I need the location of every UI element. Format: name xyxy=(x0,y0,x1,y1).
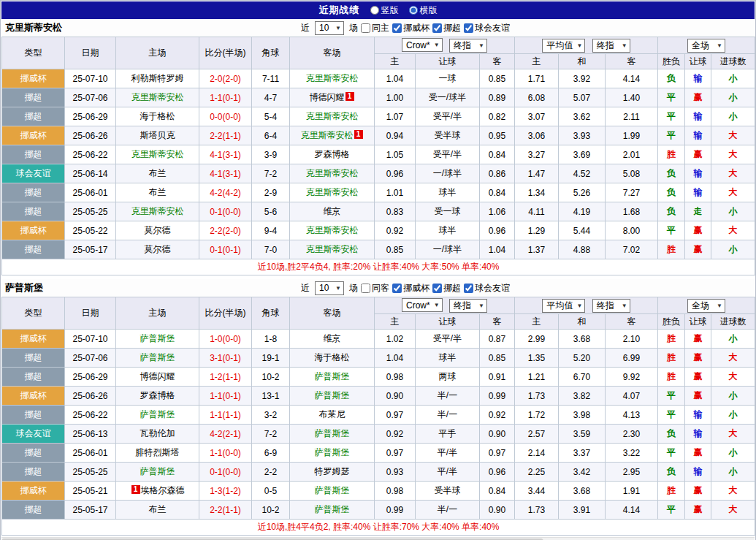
match-row: 挪超25-05-17布兰2-2(1-1)10-2萨普斯堡0.99半/一0.901… xyxy=(2,501,755,520)
home-team-cell: 瓦勒伦加 xyxy=(116,425,199,444)
league-cup-checkbox[interactable] xyxy=(392,284,402,293)
odds-company-select[interactable]: Crow* ▼ xyxy=(402,38,443,52)
match-row: 挪超25-07-06萨普斯堡3-1(0-1)19-1海于格松1.04球半0.85… xyxy=(2,349,755,368)
avg-stage-select[interactable]: 终指 ▼ xyxy=(592,299,630,313)
team-name-text: 布兰 xyxy=(149,504,167,514)
same-venue-option[interactable]: 同客 xyxy=(361,282,389,294)
match-row: 挪超25-06-29博德闪耀1-2(1-1)10-2萨普斯堡0.98两球0.91… xyxy=(2,368,755,387)
league-option-cup[interactable]: 挪威杯 xyxy=(392,282,429,294)
corner-cell: 3-2 xyxy=(252,406,290,425)
result-handicap-cell: 输 xyxy=(685,164,711,183)
corner-cell: 7-2 xyxy=(252,164,290,183)
league-option-top[interactable]: 挪超 xyxy=(432,22,461,34)
avg-odds-select[interactable]: 平均值 ▼ xyxy=(542,39,585,53)
match-date-cell: 25-07-10 xyxy=(65,330,116,349)
match-type-cell: 挪超 xyxy=(2,501,65,520)
league-friendly-checkbox[interactable] xyxy=(464,284,473,293)
team-section-2: 萨普斯堡 近 10 ▼ 场 同客 挪威杯 挪超 xyxy=(1,279,755,536)
team-name-text: 克里斯蒂安松 xyxy=(306,187,359,197)
league-option-cup[interactable]: 挪威杯 xyxy=(392,22,429,34)
avg-stage-select[interactable]: 终指 ▼ xyxy=(592,39,630,53)
match-date-cell: 25-06-13 xyxy=(65,425,116,444)
home-odds-cell: 1.01 xyxy=(375,183,416,202)
match-date-cell: 25-05-25 xyxy=(65,202,116,221)
league-cup-checkbox[interactable] xyxy=(392,23,402,33)
avg-draw-cell: 3.68 xyxy=(559,482,606,501)
league-top-checkbox[interactable] xyxy=(432,23,442,33)
away-team-cell: 维京 xyxy=(290,330,375,349)
recent-count-select[interactable]: 10 ▼ xyxy=(315,21,344,35)
league-top-checkbox[interactable] xyxy=(432,284,442,293)
corner-cell: 3-9 xyxy=(252,145,290,164)
horizontal-scrollbar[interactable] xyxy=(1,537,755,540)
match-row: 球会友谊25-06-13瓦勒伦加4-2(2-1)7-2萨普斯堡0.92平手0.9… xyxy=(2,425,755,444)
team-name-text: 博德闪耀 xyxy=(140,371,175,381)
handicap-cell: 平手 xyxy=(416,425,480,444)
score-cell: 4-1(3-1) xyxy=(199,164,252,183)
avg-away-cell: 4.14 xyxy=(606,501,658,520)
match-type-cell: 挪超 xyxy=(2,202,65,221)
league-cup-label: 挪威杯 xyxy=(403,282,429,294)
avg-odds-select[interactable]: 平均值 ▼ xyxy=(542,299,585,313)
league-top-label: 挪超 xyxy=(443,282,461,294)
result-handicap-cell: 输 xyxy=(685,107,711,126)
league-option-friendly[interactable]: 球会友谊 xyxy=(464,22,510,34)
col-avg-draw: 和 xyxy=(559,314,606,330)
vertical-layout-radio[interactable] xyxy=(370,6,379,15)
chevron-down-icon: ▼ xyxy=(335,285,341,292)
away-odds-cell: 0.95 xyxy=(480,126,515,145)
horizontal-layout-radio[interactable] xyxy=(409,6,418,15)
league-cup-label: 挪威杯 xyxy=(403,22,429,34)
avg-away-cell: 8.00 xyxy=(606,221,658,240)
team-name: 萨普斯堡 xyxy=(5,281,43,294)
avg-home-cell: 1.47 xyxy=(515,164,559,183)
score-cell: 2-2(1-1) xyxy=(199,501,252,520)
match-type-cell: 挪威杯 xyxy=(2,221,65,240)
score-cell: 4-2(4-2) xyxy=(199,183,252,202)
odds-stage-select[interactable]: 终指 ▼ xyxy=(449,39,487,53)
result-wdl-cell: 负 xyxy=(658,202,685,221)
result-wdl-cell: 平 xyxy=(658,88,685,107)
result-goals-cell: 大 xyxy=(711,145,755,164)
result-wdl-cell: 平 xyxy=(658,126,685,145)
corner-cell: 2-9 xyxy=(252,183,290,202)
corner-cell: 2-2 xyxy=(252,463,290,482)
team-name-text: 克里斯蒂安松 xyxy=(131,149,184,159)
avg-stage-value: 终指 xyxy=(597,39,614,52)
team-name-text: 罗森博格 xyxy=(140,390,175,400)
col-type: 类型 xyxy=(2,297,65,330)
same-venue-checkbox[interactable] xyxy=(361,284,370,293)
league-friendly-checkbox[interactable] xyxy=(464,23,473,33)
same-venue-checkbox[interactable] xyxy=(361,23,370,33)
league-option-friendly[interactable]: 球会友谊 xyxy=(464,282,510,294)
result-wdl-cell: 平 xyxy=(658,444,685,463)
team-name-text: 布兰 xyxy=(149,168,167,178)
odds-company-header: Crow* ▼ 终指 ▼ xyxy=(375,37,515,54)
home-team-cell: 萨普斯堡 xyxy=(116,330,199,349)
away-odds-cell: 0.92 xyxy=(480,406,515,425)
team-name-text: 克里斯蒂安松 xyxy=(306,244,359,254)
col-score: 比分(半场) xyxy=(199,297,252,330)
col-result-goals: 进球数 xyxy=(711,54,755,69)
match-date-cell: 25-07-06 xyxy=(65,349,116,368)
period-select[interactable]: 全场 ▼ xyxy=(687,299,725,313)
team-bar: 萨普斯堡 近 10 ▼ 场 同客 挪威杯 挪超 xyxy=(1,279,755,297)
red-card-badge: 1 xyxy=(131,485,140,494)
layout-option-horizontal[interactable]: 横版 xyxy=(409,4,438,17)
recent-count-select[interactable]: 10 ▼ xyxy=(315,281,344,295)
home-odds-cell: 0.92 xyxy=(375,221,416,240)
period-select[interactable]: 全场 ▼ xyxy=(687,39,725,53)
league-option-top[interactable]: 挪超 xyxy=(432,282,461,294)
match-type-cell: 挪超 xyxy=(2,88,65,107)
team-name-text: 克里斯蒂安松 xyxy=(306,73,359,83)
match-type-cell: 挪超 xyxy=(2,107,65,126)
period-value: 全场 xyxy=(692,300,709,312)
same-venue-option[interactable]: 同主 xyxy=(361,22,389,34)
team-name-text: 埃格尔森德 xyxy=(141,485,185,495)
odds-company-select[interactable]: Crow* ▼ xyxy=(402,298,443,312)
near-label: 近 xyxy=(301,22,310,34)
result-goals-cell: 小 xyxy=(711,69,755,88)
away-odds-cell: 0.91 xyxy=(480,368,515,387)
odds-stage-select[interactable]: 终指 ▼ xyxy=(449,299,487,313)
layout-option-vertical[interactable]: 竖版 xyxy=(370,4,399,17)
